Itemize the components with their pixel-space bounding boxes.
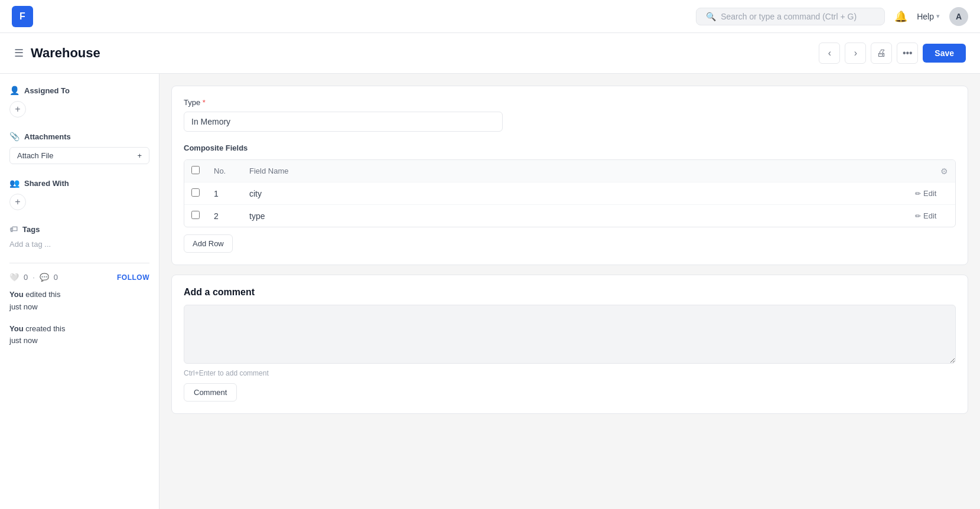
tag-icon: 🏷 (9, 224, 18, 234)
attachments-title: 📎 Attachments (9, 132, 149, 141)
comment-card: Add a comment Ctrl+Enter to add comment … (171, 275, 968, 414)
shared-with-icon: 👥 (9, 178, 19, 188)
table-header-check (184, 160, 207, 182)
attachments-section: 📎 Attachments Attach File + (9, 132, 149, 164)
row-field-name-0: city (242, 182, 908, 205)
row-check-1 (184, 205, 207, 227)
help-chevron-icon: ▾ (936, 12, 940, 20)
activity-section: 🤍 0 · 💬 0 FOLLOW You edited thisjust now… (9, 273, 149, 347)
attach-file-button[interactable]: Attach File + (9, 147, 149, 164)
save-button[interactable]: Save (923, 44, 966, 63)
comment-hint: Ctrl+Enter to add comment (184, 369, 956, 377)
more-options-button[interactable]: ••• (897, 43, 918, 64)
row-checkbox-0[interactable] (191, 188, 200, 197)
help-label: Help (917, 12, 934, 21)
notification-bell-icon[interactable]: 🔔 (894, 10, 907, 23)
composite-fields-table: No. Field Name ⚙ 1 city (184, 160, 955, 227)
main-content: Type * Composite Fields No. (159, 74, 980, 509)
search-bar[interactable]: 🔍 Search or type a command (Ctrl + G) (696, 8, 885, 25)
page-header: ☰ Warehouse ‹ › 🖨 ••• Save (0, 33, 980, 74)
attachment-icon: 📎 (9, 132, 19, 141)
likes-count: 0 (24, 273, 28, 282)
comment-bubble-icon: 💬 (40, 273, 49, 282)
attach-file-label: Attach File (17, 151, 53, 160)
comments-count: 0 (54, 273, 58, 282)
assigned-to-title: 👤 Assigned To (9, 86, 149, 95)
row-no-1: 2 (207, 205, 242, 227)
comment-button[interactable]: Comment (184, 383, 237, 402)
row-edit-1: ✏ Edit (908, 205, 955, 227)
heart-icon: 🤍 (9, 273, 19, 282)
edit-button-0[interactable]: ✏ Edit (915, 189, 948, 198)
comment-input[interactable] (184, 305, 956, 364)
settings-gear-icon[interactable]: ⚙ (940, 167, 948, 176)
tags-title: 🏷 Tags (9, 224, 149, 234)
page-header-right: ‹ › 🖨 ••• Save (819, 43, 966, 64)
prev-button[interactable]: ‹ (819, 43, 840, 64)
add-row-button[interactable]: Add Row (184, 234, 233, 253)
menu-icon[interactable]: ☰ (14, 47, 24, 60)
activity-you-1: You (9, 290, 24, 299)
avatar[interactable]: A (949, 7, 968, 26)
table-header-settings: ⚙ (908, 160, 955, 182)
person-icon: 👤 (9, 86, 19, 95)
follow-button[interactable]: FOLLOW (117, 273, 149, 282)
app-logo[interactable]: F (12, 6, 33, 27)
shared-with-section: 👥 Shared With + (9, 178, 149, 210)
composite-fields-label: Composite Fields (184, 143, 956, 152)
type-input[interactable] (184, 112, 503, 132)
select-all-checkbox[interactable] (191, 166, 200, 174)
print-button[interactable]: 🖨 (871, 43, 892, 64)
activity-you-2: You (9, 324, 24, 333)
row-edit-0: ✏ Edit (908, 182, 955, 205)
table-header-no: No. (207, 160, 242, 182)
add-shared-with-button[interactable]: + (9, 194, 26, 210)
comment-title: Add a comment (184, 287, 956, 298)
row-checkbox-1[interactable] (191, 211, 200, 219)
shared-with-title: 👥 Shared With (9, 178, 149, 188)
edit-pencil-icon-1: ✏ (915, 212, 921, 220)
sidebar: 👤 Assigned To + 📎 Attachments Attach Fil… (0, 74, 159, 509)
top-nav: F 🔍 Search or type a command (Ctrl + G) … (0, 0, 980, 33)
topnav-left: F (12, 6, 33, 27)
attach-plus-icon: + (137, 151, 142, 160)
topnav-right: 🔍 Search or type a command (Ctrl + G) 🔔 … (696, 7, 968, 26)
row-check-0 (184, 182, 207, 205)
table-row: 1 city ✏ Edit (184, 182, 955, 205)
table-row: 2 type ✏ Edit (184, 205, 955, 227)
assigned-to-section: 👤 Assigned To + (9, 86, 149, 118)
search-placeholder: Search or type a command (Ctrl + G) (721, 12, 857, 21)
add-assigned-to-button[interactable]: + (9, 101, 26, 118)
table-header-field-name: Field Name (242, 160, 908, 182)
main-layout: 👤 Assigned To + 📎 Attachments Attach Fil… (0, 74, 980, 509)
dot-separator: · (32, 273, 35, 282)
help-button[interactable]: Help ▾ (917, 12, 940, 21)
edit-button-1[interactable]: ✏ Edit (915, 211, 948, 220)
search-icon: 🔍 (706, 12, 716, 21)
edit-pencil-icon-0: ✏ (915, 190, 921, 198)
row-no-0: 1 (207, 182, 242, 205)
activity-log-item-1: You edited thisjust now (9, 289, 149, 314)
page-header-left: ☰ Warehouse (14, 45, 100, 61)
add-tag-placeholder[interactable]: Add a tag ... (9, 240, 149, 249)
required-star: * (203, 98, 206, 107)
page-title: Warehouse (31, 45, 100, 61)
row-field-name-1: type (242, 205, 908, 227)
type-label: Type * (184, 98, 956, 107)
activity-log-item-2: You created thisjust now (9, 323, 149, 348)
composite-fields-table-wrap: No. Field Name ⚙ 1 city (184, 159, 956, 227)
type-card: Type * Composite Fields No. (171, 86, 968, 265)
sidebar-divider (9, 263, 149, 263)
activity-stats-row: 🤍 0 · 💬 0 FOLLOW (9, 273, 149, 282)
next-button[interactable]: › (845, 43, 866, 64)
tags-section: 🏷 Tags Add a tag ... (9, 224, 149, 249)
